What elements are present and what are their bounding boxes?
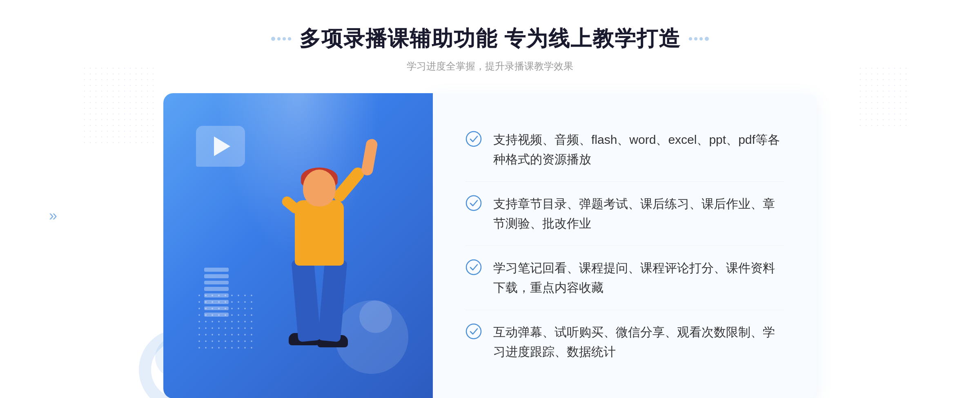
feature-text-3: 学习笔记回看、课程提问、课程评论打分、课件资料下载，重点内容收藏 <box>493 258 784 297</box>
check-circle-icon-2 <box>466 195 482 211</box>
svg-point-3 <box>466 324 481 339</box>
feature-text-4: 互动弹幕、试听购买、微信分享、观看次数限制、学习进度跟踪、数据统计 <box>493 322 784 362</box>
page-wrapper: » 多项录播课辅助功能 专为线上教学打造 学习进度全掌握，提升录播课教学效果 <box>0 0 980 398</box>
check-circle-icon-4 <box>466 323 482 340</box>
svg-point-0 <box>466 132 481 146</box>
feature-item-1: 支持视频、音频、flash、word、excel、ppt、pdf等各种格式的资源… <box>466 118 784 182</box>
feature-item-4: 互动弹幕、试听购买、微信分享、观看次数限制、学习进度跟踪、数据统计 <box>466 310 784 374</box>
play-triangle-icon <box>214 136 230 156</box>
svg-point-2 <box>466 260 481 275</box>
decorative-dots-right <box>858 65 906 127</box>
illus-stripes <box>204 268 229 317</box>
play-bubble <box>196 126 245 167</box>
page-header: 多项录播课辅助功能 专为线上教学打造 学习进度全掌握，提升录播课教学效果 <box>271 25 709 73</box>
features-panel: 支持视频、音频、flash、word、excel、ppt、pdf等各种格式的资源… <box>433 93 817 398</box>
title-dots-right <box>689 37 709 41</box>
svg-point-1 <box>466 196 481 210</box>
page-subtitle: 学习进度全掌握，提升录播课教学效果 <box>271 60 709 73</box>
person-leg-left <box>291 259 321 342</box>
title-dots-left <box>271 37 291 41</box>
person-head <box>303 170 336 206</box>
feature-item-2: 支持章节目录、弹题考试、课后练习、课后作业、章节测验、批改作业 <box>466 182 784 246</box>
check-circle-icon-3 <box>466 259 482 275</box>
illustration-panel <box>163 93 433 398</box>
check-circle-icon-1 <box>466 131 482 147</box>
decorative-dots-left <box>82 65 155 147</box>
content-wrapper: 支持视频、音频、flash、word、excel、ppt、pdf等各种格式的资源… <box>163 93 817 398</box>
content-area: 支持视频、音频、flash、word、excel、ppt、pdf等各种格式的资源… <box>163 93 817 398</box>
feature-text-2: 支持章节目录、弹题考试、课后练习、课后作业、章节测验、批改作业 <box>493 194 784 233</box>
page-title: 多项录播课辅助功能 专为线上教学打造 <box>299 25 681 53</box>
person-illustration <box>246 161 376 398</box>
feature-text-1: 支持视频、音频、flash、word、excel、ppt、pdf等各种格式的资源… <box>493 130 784 169</box>
feature-item-3: 学习笔记回看、课程提问、课程评论打分、课件资料下载，重点内容收藏 <box>466 246 784 310</box>
chevron-right-icon: » <box>49 207 57 224</box>
person-leg-right <box>318 259 347 342</box>
title-row: 多项录播课辅助功能 专为线上教学打造 <box>271 25 709 53</box>
person-body <box>295 200 344 266</box>
